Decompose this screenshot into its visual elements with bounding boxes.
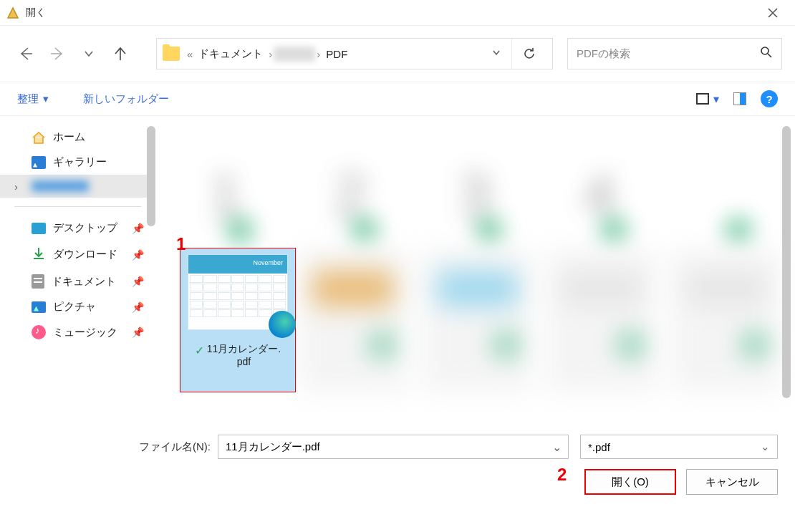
address-bar[interactable]: « ドキュメント › xxxx › PDF — [156, 38, 553, 69]
document-icon — [32, 274, 44, 289]
file-tile-selected[interactable]: November ✓ 11月カレンダー. pdf — [180, 248, 296, 392]
view-mode-button[interactable]: ▾ — [696, 92, 719, 106]
file-tile-blurred[interactable] — [671, 249, 781, 392]
file-tile-blurred[interactable]: 3 — [419, 125, 531, 242]
sidebar-label: ピクチャ — [53, 300, 96, 314]
breadcrumb-redacted[interactable]: xxxx — [274, 47, 315, 62]
file-tile-blurred[interactable] — [546, 249, 656, 392]
search-box[interactable]: PDFの検索 — [567, 38, 782, 69]
sidebar-label: ミュージック — [53, 326, 117, 339]
sidebar-item-redacted[interactable] — [0, 175, 155, 198]
app-icon — [6, 6, 20, 20]
sidebar: ホーム ギャラリー デスクトップ 📌 ダウンロード 📌 ドキュメント 📌 ピクチ… — [0, 116, 155, 427]
chevron-down-icon: ▾ — [43, 92, 49, 105]
cancel-button[interactable]: キャンセル — [686, 469, 778, 495]
breadcrumb-documents[interactable]: ドキュメント — [194, 47, 267, 61]
nav-up-button[interactable] — [107, 41, 133, 67]
redacted-icon — [32, 180, 89, 192]
organize-label: 整理 — [17, 92, 39, 106]
file-list: 1 2 3 4 November — [155, 116, 795, 427]
view-icon — [696, 93, 709, 105]
sidebar-label: ドキュメント — [52, 275, 116, 289]
home-icon — [32, 131, 46, 144]
new-folder-button[interactable]: 新しいフォルダー — [83, 92, 169, 106]
close-button[interactable] — [756, 0, 789, 26]
preview-pane-button[interactable] — [733, 92, 746, 105]
sidebar-scrollbar[interactable] — [147, 126, 155, 226]
folder-icon — [163, 47, 180, 61]
sidebar-separator — [14, 206, 141, 207]
check-icon: ✓ — [195, 344, 204, 357]
breadcrumb-sep: « — [186, 48, 194, 60]
filename-label: ファイル名(N): — [139, 440, 211, 454]
music-icon — [32, 325, 46, 339]
svg-point-0 — [761, 47, 768, 54]
desktop-icon — [32, 223, 46, 234]
pin-icon: 📌 — [132, 327, 144, 338]
picture-icon — [32, 301, 46, 313]
annotation-2: 2 — [557, 465, 567, 485]
file-tile-blurred[interactable] — [423, 249, 532, 392]
file-tile-blurred[interactable] — [298, 249, 408, 392]
search-icon — [760, 46, 773, 62]
file-name: ✓ 11月カレンダー. pdf — [195, 343, 281, 367]
address-dropdown[interactable] — [481, 47, 511, 60]
titlebar: 開く — [0, 0, 795, 26]
window-title: 開く — [26, 6, 46, 19]
bottom-panel: ファイル名(N): ⌄ *.pdf ⌄ 開く(O) キャンセル — [0, 427, 795, 502]
nav-back-button[interactable] — [13, 41, 39, 67]
gallery-icon — [32, 156, 46, 169]
file-tile-blurred[interactable] — [668, 125, 780, 242]
filename-input[interactable] — [218, 435, 569, 459]
breadcrumb-sep: › — [315, 48, 322, 60]
sidebar-item-gallery[interactable]: ギャラリー — [0, 150, 155, 175]
pin-icon: 📌 — [132, 276, 144, 287]
breadcrumb-pdf[interactable]: PDF — [322, 48, 352, 60]
chevron-down-icon: ⌄ — [761, 440, 770, 453]
thumb-month: November — [188, 255, 287, 274]
nav-forward-button[interactable] — [44, 41, 70, 67]
file-tile-blurred[interactable]: 2 — [294, 125, 406, 242]
breadcrumb-sep: › — [267, 48, 274, 60]
file-name-line1: 11月カレンダー. — [207, 343, 281, 354]
download-icon — [32, 246, 46, 263]
help-button[interactable]: ? — [761, 90, 778, 107]
main-area: ホーム ギャラリー デスクトップ 📌 ダウンロード 📌 ドキュメント 📌 ピクチ… — [0, 116, 795, 427]
open-button[interactable]: 開く(O) — [584, 469, 676, 495]
sidebar-label: ギャラリー — [53, 155, 107, 169]
pin-icon: 📌 — [132, 223, 144, 234]
sidebar-item-picture[interactable]: ピクチャ 📌 — [0, 294, 155, 319]
filetype-value: *.pdf — [588, 441, 610, 453]
sidebar-label: ダウンロード — [53, 248, 117, 261]
nav-row: « ドキュメント › xxxx › PDF PDFの検索 — [0, 26, 795, 82]
sidebar-item-music[interactable]: ミュージック 📌 — [0, 319, 155, 345]
file-tile-blurred[interactable]: 4 — [544, 125, 655, 242]
search-placeholder: PDFの検索 — [577, 47, 760, 61]
file-thumbnail: November — [188, 254, 288, 330]
edge-icon — [269, 311, 296, 338]
chevron-down-icon: ▾ — [713, 92, 719, 106]
pin-icon: 📌 — [132, 301, 144, 313]
sidebar-item-download[interactable]: ダウンロード 📌 — [0, 241, 155, 269]
organize-menu[interactable]: 整理 ▾ — [17, 92, 49, 106]
sidebar-label: ホーム — [53, 130, 85, 144]
filetype-select[interactable]: *.pdf ⌄ — [580, 435, 778, 459]
file-tile-blurred[interactable]: 1 — [170, 125, 281, 242]
annotation-1: 1 — [176, 234, 186, 254]
sidebar-item-home[interactable]: ホーム — [0, 125, 155, 150]
refresh-button[interactable] — [511, 39, 546, 69]
toolbar: 整理 ▾ 新しいフォルダー ▾ ? — [0, 82, 795, 116]
file-name-line2: pdf — [237, 356, 251, 367]
nav-history-button[interactable] — [76, 41, 102, 67]
sidebar-item-document[interactable]: ドキュメント 📌 — [0, 269, 155, 294]
sidebar-label: デスクトップ — [53, 221, 117, 235]
pin-icon: 📌 — [132, 249, 144, 261]
content-scrollbar[interactable] — [782, 126, 791, 398]
sidebar-item-desktop[interactable]: デスクトップ 📌 — [0, 216, 155, 241]
